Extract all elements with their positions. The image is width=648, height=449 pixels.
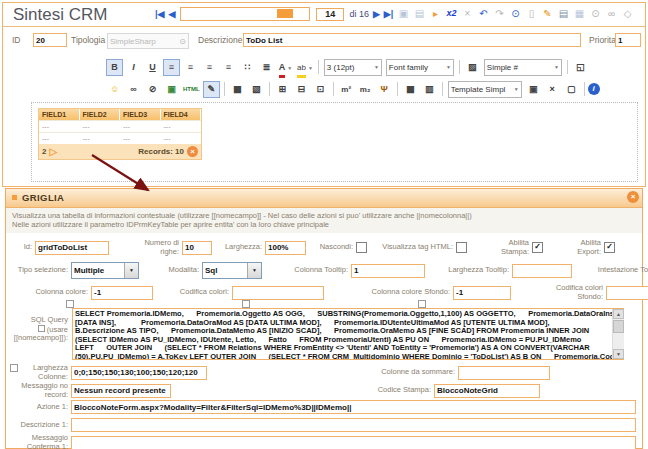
link-icon[interactable]: ∞ <box>605 7 618 20</box>
clear-content-icon[interactable]: × <box>544 81 561 98</box>
first-record-icon[interactable]: |◀ <box>155 8 164 21</box>
colonna-tooltip-input[interactable] <box>351 264 425 278</box>
edit-icon[interactable]: ✎ <box>541 7 554 20</box>
subscript-icon[interactable]: m₂ <box>357 81 374 98</box>
colonna-colore-sfondo-input[interactable] <box>453 286 511 300</box>
print-icon[interactable]: ▤ <box>557 7 570 20</box>
record-number-input[interactable] <box>316 8 344 21</box>
underline-button[interactable]: U <box>144 59 161 76</box>
table-properties-icon[interactable]: ▧ <box>248 81 265 98</box>
last-record-icon[interactable]: ▶| <box>384 8 393 21</box>
insert-record-icon[interactable]: ▸ <box>429 7 442 20</box>
font-color-icon[interactable]: A▼ <box>277 59 294 76</box>
merge-cell-icon[interactable]: ⊡ <box>312 81 329 98</box>
align-right-icon[interactable]: ≡ <box>201 59 218 76</box>
save-icon[interactable]: ▣ <box>397 7 410 20</box>
azione1-input[interactable] <box>71 400 636 414</box>
close-section-icon[interactable]: × <box>627 191 639 203</box>
expander-square-icon[interactable] <box>10 364 18 372</box>
bold-button[interactable]: B <box>106 59 123 76</box>
expander-square-icon[interactable] <box>66 300 74 308</box>
sql-scrollbar[interactable]: ▲ ▼ <box>612 309 624 359</box>
codifica-colori-input[interactable] <box>232 286 324 300</box>
align-center-icon[interactable]: ≡ <box>182 59 199 76</box>
style-select[interactable]: Simple #▼ <box>484 59 562 76</box>
abilita-export-checkbox[interactable]: ✓ <box>604 242 615 253</box>
bullet-list-icon[interactable]: ∷ <box>239 59 256 76</box>
expander-square-icon[interactable] <box>418 300 426 308</box>
codifica-colori-sfondo-input[interactable] <box>606 286 648 300</box>
table-col-icon[interactable]: ▥ <box>421 81 438 98</box>
num-righe-input[interactable] <box>182 241 212 255</box>
scroll-thumb[interactable] <box>613 320 624 333</box>
grid-icon[interactable]: ▦ <box>573 7 586 20</box>
descrizione1-input[interactable] <box>71 418 636 432</box>
undo-icon[interactable]: ↶ <box>477 7 490 20</box>
larghezza-colonne-input[interactable] <box>71 366 207 380</box>
info-icon[interactable]: i <box>588 83 600 95</box>
align-justify-icon[interactable]: ≡ <box>220 59 237 76</box>
insert-table-icon[interactable]: ▦ <box>229 81 246 98</box>
sql-query-textarea[interactable]: SELECT Promemoria.IDMemo, Promemoria.Ogg… <box>72 308 624 360</box>
modalita-select[interactable]: Sql▼ <box>202 262 262 279</box>
insert-image-icon[interactable]: ▣ <box>163 81 180 98</box>
delete-record-icon[interactable]: × <box>461 7 474 20</box>
descrizione-input[interactable] <box>243 33 581 47</box>
larghezza-tooltip-input[interactable] <box>512 264 572 278</box>
special-char-icon[interactable]: Ψ <box>376 81 393 98</box>
export-icon[interactable]: ▤ <box>413 7 426 20</box>
conferma1-input[interactable] <box>71 436 636 449</box>
next-record-icon[interactable]: ▶ <box>373 8 380 21</box>
insert-link-icon[interactable]: ∞ <box>125 81 142 98</box>
italic-button[interactable]: I <box>125 59 142 76</box>
expander-square-icon[interactable] <box>242 300 250 308</box>
messaggio-no-record-input[interactable] <box>71 384 171 398</box>
font-size-select[interactable]: 3 (12pt)▼ <box>324 59 382 76</box>
tipo-selezione-select[interactable]: Multiple▼ <box>71 262 139 279</box>
search-icon[interactable]: ⊙ <box>589 7 602 20</box>
insert-cell-icon[interactable]: ⊞ <box>274 81 291 98</box>
new-document-icon[interactable]: ▢ <box>563 81 580 98</box>
prev-record-icon[interactable]: ◀ <box>168 8 175 21</box>
priorita-input[interactable] <box>615 33 641 47</box>
preview-icon[interactable]: ⊙ <box>509 7 522 20</box>
tag-html-checkbox[interactable] <box>456 242 467 253</box>
scroll-down-icon[interactable]: ▼ <box>613 349 624 359</box>
delete-cell-icon[interactable]: ⊟ <box>293 81 310 98</box>
codice-stampa-input[interactable] <box>434 384 540 398</box>
larghezza-input[interactable] <box>265 241 306 255</box>
expander-square-icon[interactable] <box>38 325 45 332</box>
nascondi-checkbox[interactable] <box>356 242 367 253</box>
font-family-select[interactable]: Font family▼ <box>386 59 454 76</box>
grid-id-input[interactable] <box>35 241 109 255</box>
table-row-icon[interactable]: ▦ <box>402 81 419 98</box>
template-select[interactable]: Template Simpl▼ <box>448 81 522 98</box>
record-slider-thumb[interactable] <box>277 9 293 18</box>
records-close-icon[interactable]: × <box>187 146 198 157</box>
tipologia-select[interactable]: SimpleSharp ⊙ <box>107 33 189 49</box>
record-slider[interactable] <box>180 7 310 21</box>
css-style-icon[interactable]: ▨ <box>464 59 481 76</box>
highlight-icon[interactable]: ab▼ <box>296 59 314 76</box>
abilita-stampa-checkbox[interactable]: ✓ <box>532 242 543 253</box>
scroll-up-icon[interactable]: ▲ <box>613 309 624 319</box>
colonne-sommare-input[interactable] <box>458 366 550 380</box>
editor-content-area[interactable]: FIELD1 FIELD2 FIELD3 FIELD4 --- --- --- … <box>31 102 638 182</box>
redo-icon[interactable]: ↷ <box>493 7 506 20</box>
template-save-icon[interactable]: ▣ <box>525 81 542 98</box>
edit-mode-icon[interactable]: ✎ <box>203 81 220 98</box>
colonna-colore-input[interactable] <box>91 286 153 300</box>
numbered-list-icon[interactable]: ≣ <box>258 59 275 76</box>
diamond-icon[interactable]: ◇ <box>621 7 634 20</box>
trash-icon[interactable]: ▯ <box>525 7 538 20</box>
duplicate-x2-icon[interactable]: x2 <box>445 7 458 20</box>
nascondi-label: Nascondi: <box>316 243 353 252</box>
fullscreen-icon[interactable]: ◱ <box>572 59 589 76</box>
unlink-icon[interactable]: ⊘ <box>144 81 161 98</box>
emoticon-icon[interactable]: ☺ <box>106 81 123 98</box>
html-source-icon[interactable]: HTML <box>182 81 201 98</box>
id-input[interactable] <box>33 33 67 47</box>
superscript-icon[interactable]: m² <box>338 81 355 98</box>
align-left-icon[interactable]: ≡ <box>163 59 180 76</box>
pager-next-icon[interactable]: ▷ <box>49 146 57 157</box>
